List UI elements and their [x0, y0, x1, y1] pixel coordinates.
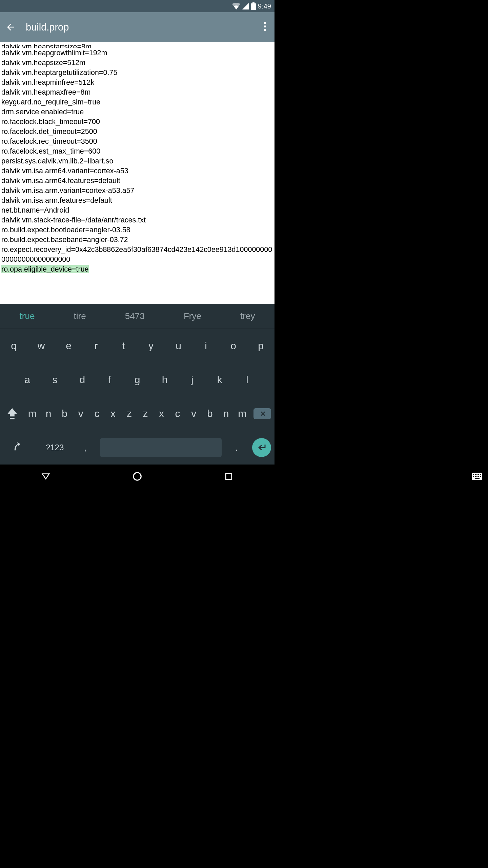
- device-screen: 9:49 build.prop dalvik.vm.heapstartsize=…: [0, 0, 274, 488]
- key-q[interactable]: q: [0, 340, 27, 352]
- period-key[interactable]: .: [224, 442, 249, 453]
- svg-rect-0: [251, 3, 256, 10]
- key-c[interactable]: c: [89, 408, 105, 419]
- key-x[interactable]: x: [154, 408, 170, 419]
- key-b[interactable]: b: [57, 408, 73, 419]
- key-v[interactable]: v: [186, 408, 202, 419]
- nav-back-button[interactable]: [40, 470, 52, 482]
- emoji-key[interactable]: [0, 441, 37, 454]
- key-y[interactable]: y: [137, 340, 165, 352]
- svg-rect-1: [252, 2, 255, 3]
- soft-keyboard: truetire5473Fryetrey qwertyuiop asdfghjk…: [0, 304, 274, 465]
- key-e[interactable]: e: [55, 340, 82, 352]
- key-f[interactable]: f: [96, 374, 123, 386]
- emoji-icon: [13, 441, 23, 452]
- key-h[interactable]: h: [151, 374, 179, 386]
- status-time: 9:49: [258, 2, 271, 10]
- key-a[interactable]: a: [14, 374, 41, 386]
- overflow-menu-button[interactable]: [261, 22, 269, 33]
- more-vert-icon: [264, 22, 266, 31]
- nav-home-button[interactable]: [131, 470, 143, 482]
- key-d[interactable]: d: [68, 374, 96, 386]
- backspace-key[interactable]: [250, 408, 274, 419]
- key-l[interactable]: l: [233, 374, 261, 386]
- key-x[interactable]: x: [105, 408, 121, 419]
- navigation-bar: [0, 465, 274, 488]
- editor-line-truncated: dalvik.vm.heapstartsize=8m: [1, 42, 273, 48]
- key-m[interactable]: m: [234, 408, 250, 419]
- cell-signal-icon: [242, 3, 249, 9]
- suggestion-strip: truetire5473Fryetrey: [0, 304, 274, 329]
- shift-key[interactable]: [0, 407, 24, 420]
- key-b[interactable]: b: [202, 408, 218, 419]
- nav-home-icon: [132, 471, 142, 481]
- key-n[interactable]: n: [218, 408, 234, 419]
- wifi-icon: [232, 3, 240, 9]
- symbols-key[interactable]: ?123: [37, 443, 73, 452]
- backspace-icon: [258, 410, 267, 417]
- back-arrow-icon[interactable]: [5, 22, 16, 32]
- key-z[interactable]: z: [121, 408, 137, 419]
- suggestion-item[interactable]: true: [20, 311, 35, 321]
- keyboard-row-1: qwertyuiop: [0, 329, 274, 363]
- suggestion-item[interactable]: 5473: [125, 311, 145, 321]
- key-j[interactable]: j: [179, 374, 206, 386]
- key-v[interactable]: v: [73, 408, 89, 419]
- svg-point-3: [264, 25, 266, 27]
- enter-key[interactable]: [252, 438, 271, 457]
- key-w[interactable]: w: [27, 340, 55, 352]
- key-n[interactable]: n: [40, 408, 57, 419]
- key-t[interactable]: t: [110, 340, 137, 352]
- key-u[interactable]: u: [165, 340, 192, 352]
- key-i[interactable]: i: [192, 340, 220, 352]
- key-m[interactable]: m: [24, 408, 41, 419]
- svg-point-2: [264, 22, 266, 24]
- text-editor[interactable]: dalvik.vm.heapstartsize=8mdalvik.vm.heap…: [0, 42, 274, 304]
- svg-point-6: [134, 473, 141, 480]
- nav-back-icon: [41, 471, 51, 481]
- key-z[interactable]: z: [137, 408, 154, 419]
- nav-recents-button[interactable]: [223, 470, 235, 482]
- key-o[interactable]: o: [220, 340, 247, 352]
- shift-icon: [6, 407, 18, 420]
- key-r[interactable]: r: [82, 340, 110, 352]
- suggestion-item[interactable]: trey: [240, 311, 255, 321]
- key-s[interactable]: s: [41, 374, 68, 386]
- space-key[interactable]: [100, 438, 222, 457]
- key-k[interactable]: k: [206, 374, 233, 386]
- key-c[interactable]: c: [169, 408, 186, 419]
- comma-key[interactable]: ,: [73, 442, 97, 453]
- app-bar: build.prop: [0, 12, 274, 42]
- keyboard-row-2: asdfghjkl: [0, 363, 274, 397]
- suggestion-item[interactable]: tire: [74, 311, 86, 321]
- page-title: build.prop: [26, 22, 69, 33]
- svg-point-4: [264, 29, 266, 31]
- editor-highlighted-line[interactable]: ro.opa.eligible_device=true: [1, 265, 89, 273]
- keyboard-row-4: ?123 , .: [0, 431, 274, 465]
- keyboard-row-3: mnbvcxz zxcvbnm: [0, 397, 274, 431]
- svg-rect-5: [10, 418, 15, 419]
- key-g[interactable]: g: [123, 374, 151, 386]
- suggestion-item[interactable]: Frye: [184, 311, 201, 321]
- key-p[interactable]: p: [247, 340, 274, 352]
- enter-icon: [257, 443, 266, 452]
- battery-icon: [251, 2, 256, 10]
- nav-recents-icon: [224, 472, 233, 481]
- editor-content[interactable]: dalvik.vm.heapstartsize=8mdalvik.vm.heap…: [0, 42, 274, 274]
- status-bar: 9:49: [0, 0, 274, 12]
- svg-rect-7: [226, 473, 231, 479]
